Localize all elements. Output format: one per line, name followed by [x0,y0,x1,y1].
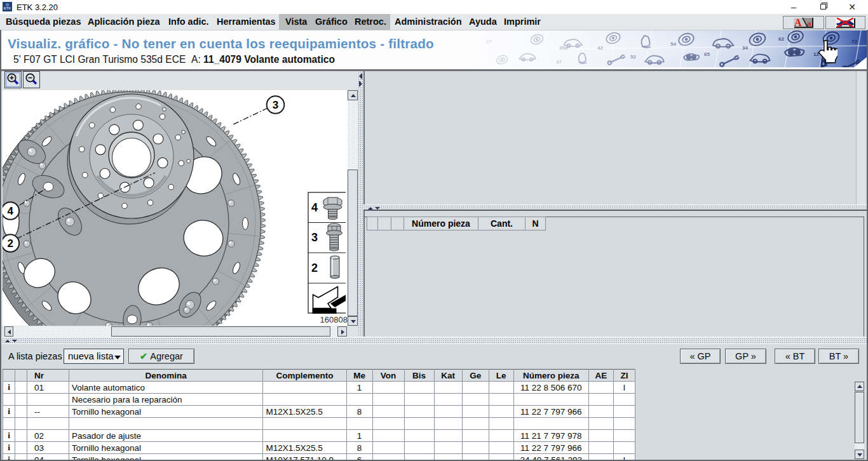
svg-text:A: A [794,17,802,28]
svg-text:3: 3 [311,231,318,244]
svg-text:2: 2 [8,237,13,250]
svg-text:2: 2 [311,262,318,274]
svg-text:4: 4 [311,201,318,214]
svg-text:4: 4 [8,205,14,217]
svg-text:3: 3 [273,99,278,111]
svg-text:a: a [807,18,811,28]
